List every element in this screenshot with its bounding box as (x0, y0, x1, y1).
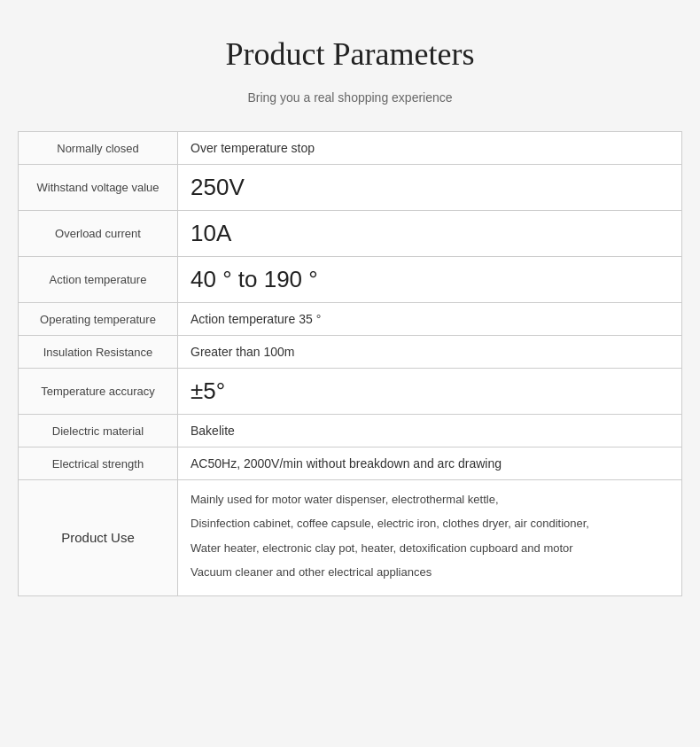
product-use-value: Mainly used for motor water dispenser, e… (178, 480, 682, 596)
page-wrapper: Product Parameters Bring you a real shop… (0, 0, 700, 632)
table-value-cell: Over temperature stop (178, 132, 682, 165)
table-row: Insulation ResistanceGreater than 100m (19, 336, 682, 369)
table-label-cell: Overload current (19, 211, 178, 257)
table-label-cell: Action temperature (19, 257, 178, 303)
table-row: Operating temperatureAction temperature … (19, 303, 682, 336)
table-label-cell: Temperature accuracy (19, 369, 178, 415)
table-label-cell: Withstand voltage value (19, 165, 178, 211)
value-large: 10A (191, 220, 231, 246)
table-row: Normally closedOver temperature stop (19, 132, 682, 165)
value-large: 40 ° to 190 ° (191, 266, 318, 292)
product-use-line: Vacuum cleaner and other electrical appl… (191, 562, 669, 582)
table-value-cell: Greater than 100m (178, 336, 682, 369)
table-label-cell: Normally closed (19, 132, 178, 165)
table-value-cell: 10A (178, 211, 682, 257)
product-use-line: Mainly used for motor water dispenser, e… (191, 489, 669, 510)
value-large: ±5° (191, 377, 225, 404)
product-use-line: Water heater, electronic clay pot, heate… (191, 538, 669, 558)
table-row: Overload current10A (19, 211, 682, 257)
product-use-line: Disinfection cabinet, coffee capsule, el… (191, 513, 669, 533)
table-row: Electrical strengthAC50Hz, 2000V/min wit… (19, 447, 682, 480)
table-row: Dielectric materialBakelite (19, 415, 682, 447)
table-label-cell: Dielectric material (19, 415, 178, 447)
table-row: Temperature accuracy±5° (19, 369, 682, 415)
table-value-cell: Action temperature 35 ° (178, 303, 682, 336)
product-use-label: Product Use (19, 480, 178, 596)
table-value-cell: Bakelite (178, 415, 682, 447)
table-label-cell: Insulation Resistance (19, 336, 178, 369)
subtitle: Bring you a real shopping experience (18, 90, 682, 105)
value-large: 250V (191, 174, 245, 200)
product-table: Normally closedOver temperature stopWith… (18, 131, 682, 596)
table-label-cell: Operating temperature (19, 303, 178, 336)
table-value-cell: 250V (178, 165, 682, 211)
product-use-row: Product UseMainly used for motor water d… (19, 480, 682, 596)
table-row: Action temperature40 ° to 190 ° (19, 257, 682, 303)
table-value-cell: AC50Hz, 2000V/min without breakdown and … (178, 447, 682, 480)
table-row: Withstand voltage value250V (19, 165, 682, 211)
table-value-cell: ±5° (178, 369, 682, 415)
table-value-cell: 40 ° to 190 ° (178, 257, 682, 303)
page-title: Product Parameters (18, 35, 682, 73)
table-label-cell: Electrical strength (19, 447, 178, 480)
